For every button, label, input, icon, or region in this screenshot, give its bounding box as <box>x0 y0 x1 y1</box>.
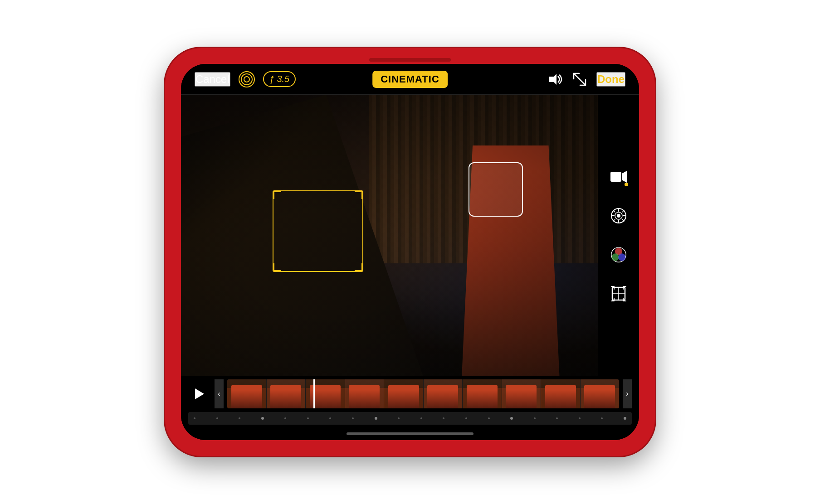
scrubber-dot-6 <box>307 417 309 419</box>
adjust-tool[interactable] <box>607 204 630 227</box>
scrubber-dot-14 <box>488 417 490 419</box>
timeline-chevron-right[interactable]: › <box>623 379 632 408</box>
svg-marker-3 <box>622 171 627 183</box>
color-wheel-tool[interactable] <box>607 243 630 266</box>
scrubber-dot-20 <box>624 417 626 420</box>
frame-thumb-4 <box>345 379 384 408</box>
svg-rect-2 <box>610 172 621 182</box>
video-camera-tool[interactable] <box>607 165 630 188</box>
adjust-icon <box>610 208 627 224</box>
frame-thumb-2 <box>267 379 306 408</box>
expand-icon[interactable] <box>573 73 586 86</box>
frame-thumb-10 <box>581 379 620 408</box>
scrubber-dot-5 <box>284 417 286 419</box>
scrubber-dot-3 <box>239 417 240 419</box>
focus-box-secondary[interactable] <box>469 162 523 217</box>
scrubber-dot-1 <box>194 417 195 419</box>
toolbar-center: CINEMATIC <box>372 71 448 88</box>
scrubber-dot-4 <box>261 417 264 420</box>
scrubber-dot-17 <box>556 417 558 419</box>
focus-box-main <box>273 190 363 272</box>
timeline-frames <box>227 379 619 408</box>
svg-point-10 <box>617 214 620 218</box>
scrubber-dot-10 <box>398 417 400 419</box>
cinematic-badge: CINEMATIC <box>372 71 448 88</box>
scrubber-dot-12 <box>443 417 444 419</box>
corner-bl <box>273 263 281 271</box>
active-dot-indicator <box>625 183 628 186</box>
top-notch <box>369 58 451 62</box>
scrubber-dot-2 <box>216 417 218 419</box>
frame-thumb-8 <box>502 379 541 408</box>
scrubber-dot-11 <box>420 417 422 419</box>
crop-icon <box>610 286 627 302</box>
playhead[interactable] <box>313 379 315 408</box>
phone-shell: Cancel ƒ 3.5 CINEMATIC <box>165 48 655 456</box>
scrubber-track[interactable] <box>188 412 632 425</box>
bottom-area: ‹ <box>181 376 639 440</box>
scrubber-dot-7 <box>329 417 331 419</box>
chevron-right-icon: › <box>626 390 628 398</box>
video-scene <box>181 95 598 376</box>
video-frame[interactable] <box>181 95 598 376</box>
timeline-strip[interactable] <box>227 379 619 408</box>
crop-tool[interactable] <box>607 282 630 305</box>
done-button[interactable]: Done <box>596 72 625 87</box>
scrubber-dot-18 <box>579 417 581 419</box>
play-triangle-icon <box>195 388 204 399</box>
corner-tr <box>355 191 363 199</box>
chevron-left-icon: ‹ <box>218 390 220 398</box>
corner-tl <box>273 191 281 199</box>
frame-thumb-9 <box>541 379 580 408</box>
scrubber-dot-19 <box>601 417 603 419</box>
svg-point-17 <box>612 253 619 261</box>
svg-point-18 <box>618 253 625 261</box>
corner-br <box>355 263 363 271</box>
frame-thumb-7 <box>463 379 502 408</box>
volume-icon[interactable] <box>547 73 563 86</box>
scrubber-bar[interactable] <box>181 412 639 427</box>
top-toolbar: Cancel ƒ 3.5 CINEMATIC <box>181 64 639 95</box>
timeline-container: ‹ <box>181 376 639 412</box>
cancel-button[interactable]: Cancel <box>195 72 230 87</box>
play-button[interactable] <box>188 383 211 405</box>
home-indicator <box>181 427 639 440</box>
phone-screen: Cancel ƒ 3.5 CINEMATIC <box>181 64 639 440</box>
aperture-inner-ring <box>244 76 250 82</box>
fstop-badge[interactable]: ƒ 3.5 <box>263 71 296 87</box>
aperture-icon[interactable] <box>239 71 255 87</box>
color-wheel-icon <box>610 247 627 263</box>
scrubber-dot-13 <box>465 417 467 419</box>
video-camera-icon <box>610 170 627 184</box>
frame-thumb-3 <box>306 379 345 408</box>
svg-marker-0 <box>549 74 556 85</box>
scrubber-dot-8 <box>352 417 354 419</box>
right-toolbar <box>598 95 639 376</box>
svg-line-1 <box>574 73 586 85</box>
frame-thumb-5 <box>384 379 423 408</box>
scrubber-dot-9 <box>375 417 377 420</box>
scrubber-dot-15 <box>510 417 513 420</box>
frame-thumb-1 <box>227 379 266 408</box>
phone-wrapper: Cancel ƒ 3.5 CINEMATIC <box>161 34 659 470</box>
frame-thumb-6 <box>424 379 463 408</box>
content-area <box>181 95 639 376</box>
scrubber-dots <box>194 417 626 420</box>
vignette-overlay <box>181 95 598 376</box>
timeline-chevron-left[interactable]: ‹ <box>215 379 224 408</box>
home-bar <box>347 432 473 435</box>
scrubber-dot-16 <box>534 417 536 419</box>
